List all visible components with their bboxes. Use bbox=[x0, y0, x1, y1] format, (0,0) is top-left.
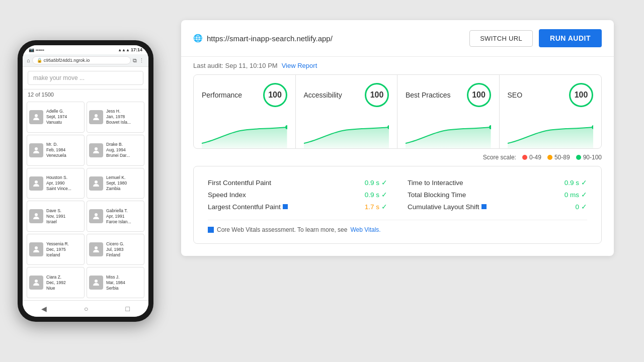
person-name: Adelle G. bbox=[46, 109, 67, 114]
legend-dot-green bbox=[576, 155, 581, 160]
svg-point-1 bbox=[95, 114, 98, 117]
recents-button[interactable]: □ bbox=[126, 305, 130, 313]
list-item[interactable]: Jess H. Jan, 1978 Bouvet Isla... bbox=[87, 102, 144, 133]
avatar bbox=[89, 209, 103, 223]
list-item[interactable]: Gabriella T. Apr, 1991 Faroe Islan... bbox=[87, 201, 144, 232]
home-browser-icon[interactable]: ⌂ bbox=[27, 57, 30, 63]
list-item[interactable]: Houston S. Apr, 1990 Saint Vince... bbox=[27, 168, 85, 199]
person-location: Zambia bbox=[106, 186, 127, 192]
legend-item-red: 0-49 bbox=[522, 154, 541, 161]
svg-point-6 bbox=[35, 213, 38, 216]
metric-name: Largest Contentful Paint bbox=[208, 203, 288, 211]
person-name: Yessenia R. bbox=[46, 241, 69, 247]
result-count: 12 of 1500 bbox=[23, 89, 148, 100]
person-location: Saint Vince... bbox=[46, 186, 71, 192]
run-audit-button[interactable]: RUN AUDIT bbox=[539, 29, 602, 47]
metric-name: Total Blocking Time bbox=[408, 191, 466, 199]
switch-url-button[interactable]: SWITCH URL bbox=[469, 30, 533, 47]
metric-name: Cumulative Layout Shift bbox=[408, 203, 487, 211]
legend-item-green: 90-100 bbox=[576, 154, 602, 161]
metric-row: Speed Index 0.9 s ✓ bbox=[208, 189, 387, 201]
person-date: Nov, 1991 bbox=[46, 214, 65, 219]
person-icon bbox=[92, 212, 101, 221]
person-name: Cicero G. bbox=[106, 241, 124, 247]
score-card-header: Performance 100 bbox=[202, 83, 287, 107]
list-item[interactable]: Miss J. Mar, 1984 Serbia bbox=[87, 267, 144, 298]
list-item[interactable]: Yessenia R. Dec, 1975 Iceland bbox=[27, 234, 85, 265]
legend-dot-red bbox=[522, 155, 527, 160]
person-date: Sept, 1980 bbox=[106, 180, 127, 186]
person-icon bbox=[92, 179, 101, 188]
score-graph-svg bbox=[406, 113, 491, 148]
person-date: Aug, 1994 bbox=[106, 147, 130, 153]
avatar bbox=[89, 110, 103, 124]
phone-status-bar: 📷 ▪▪▪▪▪▪ ▲▲▲ 17:14 bbox=[23, 45, 148, 54]
list-item[interactable]: Mr. D. Feb, 1984 Venezuela bbox=[27, 135, 85, 166]
svg-point-3 bbox=[95, 147, 98, 150]
metric-name: Time to Interactive bbox=[408, 179, 463, 187]
person-date: Sept, 1974 bbox=[46, 114, 67, 120]
avatar bbox=[29, 242, 43, 256]
score-card-accessibility: Accessibility 100 bbox=[296, 75, 398, 148]
person-info: Cicero G. Jul, 1983 Finland bbox=[106, 241, 124, 258]
score-graph bbox=[202, 113, 287, 148]
person-name: Mr. D. bbox=[46, 142, 66, 147]
list-item[interactable]: Ciara Z. Dec, 1992 Niue bbox=[27, 267, 85, 298]
audit-card: 🌐 https://smart-inapp-search.netlify.app… bbox=[181, 20, 614, 256]
person-name: Lemuel K. bbox=[106, 175, 127, 180]
back-button[interactable]: ◀ bbox=[41, 305, 47, 313]
phone-device: 📷 ▪▪▪▪▪▪ ▲▲▲ 17:14 ⌂ 🔒 c95a5bf24dd1.ngro… bbox=[18, 40, 153, 322]
person-info: Drake B. Aug, 1994 Brunei Dar... bbox=[106, 142, 130, 158]
metric-row: Cumulative Layout Shift 0 ✓ bbox=[408, 201, 587, 213]
list-item[interactable]: Lemuel K. Sept, 1980 Zambia bbox=[87, 168, 144, 199]
home-button[interactable]: ○ bbox=[84, 305, 88, 313]
check-icon: ✓ bbox=[381, 191, 387, 199]
web-vitals-link[interactable]: Web Vitals. bbox=[350, 226, 380, 233]
svg-point-8 bbox=[35, 246, 38, 249]
copy-icon[interactable]: ⧉ bbox=[133, 57, 137, 64]
score-card-header: Accessibility 100 bbox=[304, 83, 389, 107]
score-graph bbox=[304, 113, 389, 148]
last-audit-text: Last audit: Sep 11, 10:10 PM bbox=[193, 62, 278, 69]
score-graph-svg bbox=[202, 113, 287, 148]
check-icon: ✓ bbox=[381, 178, 387, 187]
person-icon bbox=[92, 113, 101, 122]
list-item[interactable]: Dave S. Nov, 1991 Israel bbox=[27, 201, 85, 232]
audit-url-display: 🌐 https://smart-inapp-search.netlify.app… bbox=[193, 34, 333, 43]
metric-name: Speed Index bbox=[208, 191, 246, 199]
person-location: Serbia bbox=[106, 286, 125, 291]
phone-search-bar: make your move ... bbox=[23, 67, 148, 89]
legend-label-orange: 50-89 bbox=[554, 154, 570, 161]
score-label: SEO bbox=[508, 91, 523, 99]
person-location: Bouvet Isla... bbox=[106, 120, 131, 125]
person-name: Miss J. bbox=[106, 275, 125, 280]
list-item[interactable]: Cicero G. Jul, 1983 Finland bbox=[87, 234, 144, 265]
signal-bars: ▲▲▲ bbox=[118, 48, 130, 52]
legend-dot-orange bbox=[547, 155, 552, 160]
browser-url-bar[interactable]: 🔒 c95a5bf24dd1.ngrok.io bbox=[32, 56, 131, 64]
person-icon bbox=[32, 179, 41, 188]
metric-value: 0.9 s ✓ bbox=[365, 178, 387, 187]
search-input[interactable]: make your move ... bbox=[28, 71, 143, 85]
score-card-performance: Performance 100 bbox=[194, 75, 296, 148]
audit-meta: Last audit: Sep 11, 10:10 PM View Report bbox=[181, 57, 614, 74]
status-icons-left: 📷 ▪▪▪▪▪▪ bbox=[29, 47, 44, 52]
menu-icon[interactable]: ⋮ bbox=[139, 57, 144, 64]
score-label: Accessibility bbox=[304, 91, 342, 99]
list-item[interactable]: Drake B. Aug, 1994 Brunei Dar... bbox=[87, 135, 144, 166]
person-name: Drake B. bbox=[106, 142, 130, 147]
person-date: Jul, 1983 bbox=[106, 247, 124, 252]
person-location: Iceland bbox=[46, 252, 69, 258]
score-graph bbox=[406, 113, 491, 148]
list-item[interactable]: Adelle G. Sept, 1974 Vanuatu bbox=[27, 102, 85, 133]
audit-actions: SWITCH URL RUN AUDIT bbox=[469, 29, 602, 47]
avatar bbox=[29, 176, 43, 191]
avatar bbox=[89, 176, 103, 191]
score-circle: 100 bbox=[467, 83, 491, 107]
status-time: 17:14 bbox=[131, 47, 142, 52]
metric-value: 0 ✓ bbox=[575, 203, 587, 211]
avatar bbox=[89, 143, 103, 157]
person-location: Niue bbox=[46, 286, 66, 291]
svg-point-10 bbox=[35, 280, 38, 283]
view-report-link[interactable]: View Report bbox=[282, 62, 317, 69]
